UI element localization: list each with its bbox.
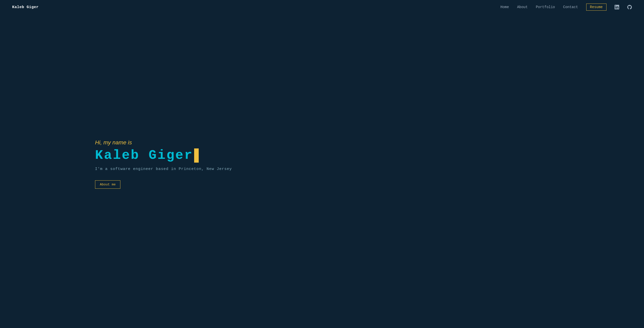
nav-link-about[interactable]: About <box>517 5 528 9</box>
linkedin-icon[interactable] <box>615 5 619 9</box>
navbar: Kaleb Giger Home About Portfolio Contact… <box>0 0 644 14</box>
hero-greeting: Hi, my name is <box>95 139 644 146</box>
hero-name-line: Kaleb Giger <box>95 148 644 163</box>
hero-subtitle: I'm a software engineer based in Princet… <box>95 167 644 171</box>
cursor-block <box>194 148 199 163</box>
hero-name: Kaleb Giger <box>95 148 193 163</box>
nav-links: Home About Portfolio Contact Resume <box>501 4 632 11</box>
about-me-button[interactable]: About me <box>95 180 120 189</box>
nav-link-home[interactable]: Home <box>501 5 509 9</box>
nav-link-portfolio[interactable]: Portfolio <box>536 5 555 9</box>
hero-section: Hi, my name is Kaleb Giger I'm a softwar… <box>0 0 644 328</box>
github-icon[interactable] <box>627 5 632 9</box>
resume-button[interactable]: Resume <box>586 4 606 11</box>
nav-link-contact[interactable]: Contact <box>563 5 578 9</box>
nav-brand: Kaleb Giger <box>12 5 39 9</box>
